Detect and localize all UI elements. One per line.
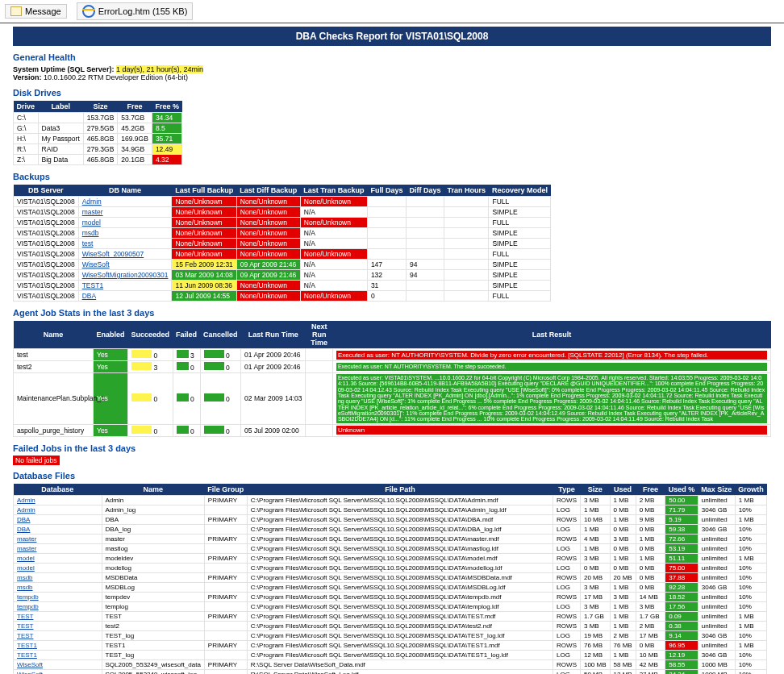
col-header: File Path xyxy=(247,484,553,496)
uptime-line: System Uptime (SQL Server): 1 day(s), 21… xyxy=(13,65,771,73)
attachments-bar: Message ErrorLog.htm (155 KB) xyxy=(0,0,784,23)
section-agent-jobs: Agent Job Stats in the last 3 days xyxy=(13,308,771,318)
version-value: 10.0.1600.22 RTM Developer Edition (64-b… xyxy=(44,73,188,81)
table-row: TEST1TEST1PRIMARYC:\Program Files\Micros… xyxy=(14,640,767,650)
col-header: Drive xyxy=(14,101,39,113)
section-database-files: Database Files xyxy=(13,471,771,481)
col-header: Name xyxy=(14,321,94,349)
col-header: Free xyxy=(636,484,665,496)
col-header: DB Name xyxy=(78,185,172,197)
col-header: Used xyxy=(610,484,636,496)
drives-table: DriveLabelSizeFreeFree %C:\153.7GB53.7GB… xyxy=(13,101,182,165)
backups-table: DB ServerDB NameLast Full BackupLast Dif… xyxy=(13,185,551,302)
table-row: H:\My Passport465.8GB169.9GB35.71 xyxy=(14,134,182,144)
table-row: VISTA01\SQL2008WiseSoft15 Feb 2009 12:31… xyxy=(14,260,551,270)
version-label: Version: xyxy=(13,73,42,81)
report-title-banner: DBA Checks Report for VISTA01\SQL2008 xyxy=(13,27,771,46)
col-header: Size xyxy=(580,484,610,496)
table-row: DBADBA_logC:\Program Files\Microsoft SQL… xyxy=(14,524,767,534)
col-header: Last Tran Backup xyxy=(300,185,367,197)
table-row: tempdbtempdevPRIMARYC:\Program Files\Mic… xyxy=(14,592,767,601)
col-header: Full Days xyxy=(367,185,406,197)
table-row: AdminAdminPRIMARYC:\Program Files\Micros… xyxy=(14,495,767,505)
table-row: VISTA01\SQL2008modelNone/UnknownNone/Unk… xyxy=(14,218,551,228)
section-general-health: General Health xyxy=(13,52,771,62)
table-row: DBADBAPRIMARYC:\Program Files\Microsoft … xyxy=(14,514,767,524)
table-row: WiseSoftSQL2005_553249_wisesoft_dataPRIM… xyxy=(14,659,767,669)
table-row: VISTA01\SQL2008testNone/UnknownNone/Unkn… xyxy=(14,239,551,249)
table-row: test2Yes 3 0 001 Apr 2009 20:46Executed … xyxy=(14,361,771,373)
agent-table: NameEnabledSucceededFailedCancelledLast … xyxy=(13,321,771,437)
col-header: Diff Days xyxy=(406,185,444,197)
col-header: Cancelled xyxy=(200,321,241,349)
col-header: DB Server xyxy=(14,185,79,197)
table-row: TESTTESTPRIMARYC:\Program Files\Microsof… xyxy=(14,611,767,621)
uptime-value: 1 day(s), 21 hour(s), 24min xyxy=(116,65,203,73)
col-header: Tran Hours xyxy=(444,185,489,197)
section-backups: Backups xyxy=(13,172,771,181)
table-row: C:\153.7GB53.7GB34.34 xyxy=(14,113,182,123)
col-header: Database xyxy=(14,484,102,496)
table-row: MaintenancePlan.Subplan_1Yes 0 0 002 Mar… xyxy=(14,373,771,425)
attachment-tab[interactable]: ErrorLog.htm (155 KB) xyxy=(77,2,194,20)
col-header: Growth xyxy=(735,484,767,496)
no-failed-jobs: No failed jobs xyxy=(13,456,60,465)
table-row: VISTA01\SQL2008WiseSoftMigration20090301… xyxy=(14,270,551,281)
ie-icon xyxy=(82,5,95,18)
col-header: Free xyxy=(118,101,152,113)
col-header: File Group xyxy=(204,484,247,496)
col-header: Name xyxy=(102,484,204,496)
col-header: Recovery Model xyxy=(489,185,551,197)
table-row: TESTtest2C:\Program Files\Microsoft SQL … xyxy=(14,621,767,630)
col-header: Last Run Time xyxy=(241,321,306,349)
table-row: mastermastlogC:\Program Files\Microsoft … xyxy=(14,543,767,553)
col-header: Next Run Time xyxy=(306,321,332,349)
col-header: Max Size xyxy=(698,484,735,496)
attachment-tab-label: ErrorLog.htm (155 KB) xyxy=(98,6,188,16)
table-row: aspollo_purge_historyYes 0 0 005 Jul 200… xyxy=(14,424,771,436)
table-row: modelmodeldevPRIMARYC:\Program Files\Mic… xyxy=(14,553,767,563)
table-row: AdminAdmin_logC:\Program Files\Microsoft… xyxy=(14,505,767,514)
section-failed-jobs: Failed Jobs in the last 3 days xyxy=(13,443,771,453)
section-disk-drives: Disk Drives xyxy=(13,88,771,98)
col-header: Used % xyxy=(665,484,699,496)
message-tab-label: Message xyxy=(25,6,61,16)
table-row: msdbMSDBDataPRIMARYC:\Program Files\Micr… xyxy=(14,572,767,582)
table-row: VISTA01\SQL2008DBA12 Jul 2009 14:55None/… xyxy=(14,291,551,302)
files-table: DatabaseNameFile GroupFile PathTypeSizeU… xyxy=(13,484,767,674)
table-row: R:\RAID279.3GB34.9GB12.49 xyxy=(14,144,182,155)
col-header: Size xyxy=(83,101,118,113)
col-header: Type xyxy=(553,484,581,496)
table-row: VISTA01\SQL2008TEST111 Jun 2009 08:36Non… xyxy=(14,281,551,291)
table-row: mastermasterPRIMARYC:\Program Files\Micr… xyxy=(14,534,767,543)
message-tab[interactable]: Message xyxy=(5,4,67,19)
version-line: Version: 10.0.1600.22 RTM Developer Edit… xyxy=(13,73,771,81)
table-row: tempdbtemplogC:\Program Files\Microsoft … xyxy=(14,601,767,611)
table-row: Z:\Big Data465.8GB20.1GB4.32 xyxy=(14,155,182,165)
table-row: VISTA01\SQL2008masterNone/UnknownNone/Un… xyxy=(14,207,551,218)
table-row: VISTA01\SQL2008msdbNone/UnknownNone/Unkn… xyxy=(14,228,551,239)
table-row: testYes 0 3 001 Apr 2009 20:46Executed a… xyxy=(14,349,771,361)
col-header: Enabled xyxy=(94,321,128,349)
table-row: modelmodellogC:\Program Files\Microsoft … xyxy=(14,563,767,572)
table-row: msdbMSDBLogC:\Program Files\Microsoft SQ… xyxy=(14,582,767,592)
table-row: TEST1TEST_logC:\Program Files\Microsoft … xyxy=(14,650,767,659)
col-header: Free % xyxy=(152,101,182,113)
table-row: TESTTEST_logC:\Program Files\Microsoft S… xyxy=(14,630,767,640)
table-row: WiseSoftSQL2005_553249_wisesoft_logR:\SQ… xyxy=(14,669,767,674)
table-row: VISTA01\SQL2008AdminNone/UnknownNone/Unk… xyxy=(14,197,551,207)
mail-icon xyxy=(10,6,22,16)
col-header: Last Diff Backup xyxy=(236,185,300,197)
uptime-label: System Uptime (SQL Server): xyxy=(13,65,114,73)
col-header: Failed xyxy=(173,321,200,349)
col-header: Succeeded xyxy=(128,321,173,349)
table-row: G:\Data3279.5GB45.2GB8.5 xyxy=(14,123,182,134)
col-header: Label xyxy=(38,101,83,113)
col-header: Last Full Backup xyxy=(172,185,236,197)
table-row: VISTA01\SQL2008WiseSoft_20090507None/Unk… xyxy=(14,249,551,260)
col-header: Last Result xyxy=(332,321,770,349)
